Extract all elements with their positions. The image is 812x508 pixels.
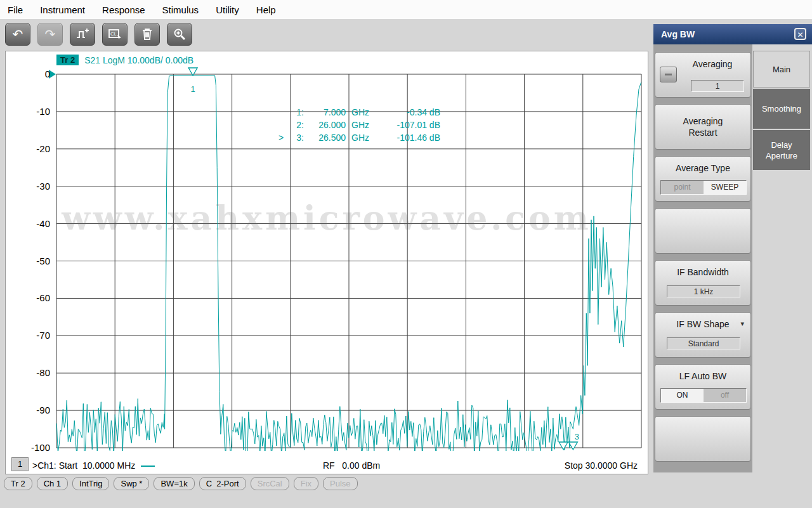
undo-icon: ↶ xyxy=(13,28,23,41)
averaging-button[interactable]: Averaging 1 xyxy=(655,52,751,98)
zoom-in-icon xyxy=(173,27,187,41)
y-axis-tick-label: 0 xyxy=(22,68,50,79)
marker-readout-row-2: 2: 26.000 GHz -107.01 dB xyxy=(278,119,440,131)
menu-file[interactable]: File xyxy=(8,4,23,15)
marker-active-flag xyxy=(278,106,287,119)
rf-power-label[interactable]: RF 0.00 dBm xyxy=(323,460,380,471)
lf-auto-bw-label: LF Auto BW xyxy=(655,371,750,381)
stimulus-start-label[interactable]: >Ch1: Start 10.0000 MHz xyxy=(32,460,155,471)
undo-button[interactable]: ↶ xyxy=(5,23,30,46)
panel-header[interactable]: Avg BW ✕ xyxy=(653,24,812,44)
if-bw-shape-value[interactable]: Standard xyxy=(667,337,740,349)
tab-main[interactable]: Main xyxy=(753,51,810,88)
marker-id: 1: xyxy=(287,106,304,119)
y-axis-tick-label: -100 xyxy=(22,442,50,453)
status-srccal: SrcCal xyxy=(251,477,289,490)
svg-text:1: 1 xyxy=(190,84,195,94)
marker-readout: 1: 7.000 GHz -0.34 dB 2: 26.000 GHz -107… xyxy=(278,106,440,144)
lf-auto-bw-on-option[interactable]: ON xyxy=(661,389,704,402)
menu-help[interactable]: Help xyxy=(256,4,276,15)
status-fix: Fix xyxy=(294,477,318,490)
status-sweep[interactable]: Swp * xyxy=(114,477,149,490)
marker-value: -0.34 dB xyxy=(382,106,440,119)
clear-display-button[interactable]: Cl, xyxy=(102,23,128,46)
marker-value: -101.46 dB xyxy=(382,131,440,144)
svg-text:Cl,: Cl, xyxy=(110,31,117,37)
close-button[interactable]: ✕ xyxy=(794,28,806,40)
average-type-label: Average Type xyxy=(655,163,750,173)
averaging-value[interactable]: 1 xyxy=(691,80,744,92)
delete-button[interactable] xyxy=(134,23,160,46)
lf-auto-bw-off-option[interactable]: off xyxy=(704,389,746,402)
zoom-in-button[interactable] xyxy=(167,23,192,46)
trace-title: S21 LogM 10.00dB/ 0.00dB xyxy=(84,55,193,65)
lf-auto-bw-button[interactable]: LF Auto BW ON off xyxy=(655,364,751,410)
status-bandwidth[interactable]: BW=1k xyxy=(154,477,194,490)
y-axis-tick-label: -30 xyxy=(22,181,50,192)
trace-header: Tr 2 S21 LogM 10.00dB/ 0.00dB xyxy=(56,55,193,65)
if-bandwidth-label: IF Bandwidth xyxy=(655,267,750,277)
marker-value: -107.01 dB xyxy=(382,119,440,131)
svg-text:3: 3 xyxy=(575,432,579,441)
if-bandwidth-value[interactable]: 1 kHz xyxy=(667,285,740,297)
menu-stimulus[interactable]: Stimulus xyxy=(162,4,199,15)
averaging-label: Averaging xyxy=(678,59,747,69)
tab-smoothing[interactable]: Smoothing xyxy=(753,89,810,129)
trash-icon xyxy=(140,27,154,41)
blank-button-2 xyxy=(655,416,751,462)
waveform-add-icon xyxy=(75,27,89,41)
averaging-restart-button[interactable]: Averaging Restart xyxy=(655,104,751,150)
y-axis-tick-label: -20 xyxy=(22,143,50,154)
menu-utility[interactable]: Utility xyxy=(216,4,239,15)
marker-id: 2: xyxy=(287,119,304,131)
close-icon: ✕ xyxy=(797,30,803,39)
menu-instrument[interactable]: Instrument xyxy=(40,4,85,15)
marker-freq: 26.000 xyxy=(304,119,346,131)
average-type-point-option[interactable]: point xyxy=(661,181,704,194)
y-axis-tick-label: -90 xyxy=(22,405,50,415)
marker-unit: GHz xyxy=(346,106,382,119)
avg-bw-panel: Avg BW ✕ Averaging 1 Averaging Restart A… xyxy=(653,24,812,472)
status-trigger[interactable]: IntTrig xyxy=(72,477,109,490)
status-pulse: Pulse xyxy=(323,477,358,490)
y-axis-tick-label: -50 xyxy=(22,256,50,266)
average-type-sweep-option[interactable]: SWEEP xyxy=(704,181,746,194)
marker-unit: GHz xyxy=(346,131,382,144)
clear-display-icon: Cl, xyxy=(108,27,122,41)
if-bw-shape-button[interactable]: IF BW Shape ▾ Standard xyxy=(655,312,751,358)
if-bw-shape-label: IF BW Shape xyxy=(655,319,750,329)
panel-title: Avg BW xyxy=(661,29,695,39)
toolbar: ↶ ↷ Cl, xyxy=(0,19,650,48)
marker-active-flag xyxy=(278,119,287,131)
marker-unit: GHz xyxy=(346,119,382,131)
y-axis-tick-label: -60 xyxy=(22,292,50,303)
stimulus-stop-label[interactable]: Stop 30.0000 GHz xyxy=(565,460,638,471)
menu-response[interactable]: Response xyxy=(102,4,145,15)
blank-button-1 xyxy=(655,208,751,254)
y-axis-tick-label: -80 xyxy=(22,367,50,378)
status-channel[interactable]: Ch 1 xyxy=(37,477,68,490)
average-type-button[interactable]: Average Type point SWEEP xyxy=(655,156,751,202)
marker-readout-row-3: > 3: 26.500 GHz -101.46 dB xyxy=(278,131,440,144)
marker-freq: 26.500 xyxy=(304,131,346,144)
status-bar: Tr 2 Ch 1 IntTrig Swp * BW=1k C 2-Port S… xyxy=(0,477,653,490)
if-bandwidth-button[interactable]: IF Bandwidth 1 kHz xyxy=(655,260,751,306)
status-trace[interactable]: Tr 2 xyxy=(4,477,32,490)
trace-badge[interactable]: Tr 2 xyxy=(56,55,79,65)
status-cal[interactable]: C 2-Port xyxy=(199,477,246,490)
marker-readout-row-1: 1: 7.000 GHz -0.34 dB xyxy=(278,106,440,119)
y-axis-tick-label: -10 xyxy=(22,106,50,117)
average-type-segmented[interactable]: point SWEEP xyxy=(660,180,747,195)
chevron-down-icon: ▾ xyxy=(740,320,744,328)
menu-bar: File Instrument Response Stimulus Utilit… xyxy=(0,0,812,19)
redo-button: ↷ xyxy=(37,23,63,46)
channel-badge[interactable]: 1 xyxy=(11,457,29,471)
redo-icon: ↷ xyxy=(45,28,56,41)
marker-id: 3: xyxy=(287,131,304,144)
tab-delay-aperture[interactable]: Delay Aperture xyxy=(753,130,810,170)
averaging-toggle[interactable] xyxy=(660,67,677,82)
trace-color-legend xyxy=(141,466,155,467)
lf-auto-bw-segmented[interactable]: ON off xyxy=(660,388,747,403)
y-axis-tick-label: -40 xyxy=(22,218,50,229)
waveform-add-button[interactable] xyxy=(70,23,95,46)
